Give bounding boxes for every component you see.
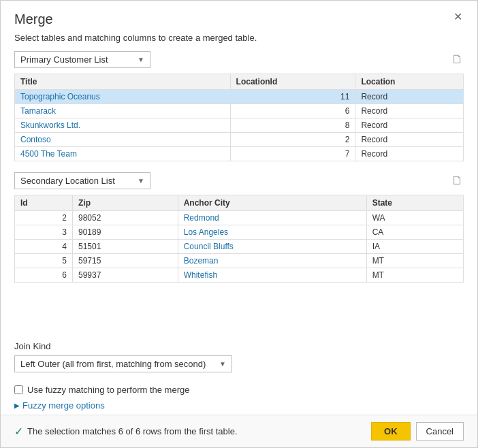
footer-buttons: OK Cancel — [371, 422, 464, 441]
secondary-table-row[interactable]: 6 59937 Whitefish MT — [15, 268, 464, 283]
primary-cell-title[interactable]: Contoso — [15, 133, 231, 147]
dialog-subtitle: Select tables and matching columns to cr… — [1, 30, 477, 51]
primary-col-title[interactable]: Title — [15, 74, 231, 90]
status-message: ✓ The selection matches 6 of 6 rows from… — [14, 425, 238, 438]
join-kind-dropdown[interactable]: Left Outer (all from first, matching fro… — [14, 355, 232, 372]
secondary-cell-id: 3 — [15, 225, 73, 240]
primary-table: Title LocationId Location Topographic Oc… — [14, 74, 464, 161]
primary-cell-locationid: 8 — [230, 118, 355, 133]
primary-cell-locationid: 11 — [230, 90, 355, 104]
fuzzy-checkbox[interactable] — [14, 385, 23, 394]
secondary-table-row[interactable]: 2 98052 Redmond WA — [15, 211, 464, 225]
secondary-col-state[interactable]: State — [366, 195, 463, 211]
check-icon: ✓ — [14, 425, 23, 438]
secondary-cell-state: IA — [366, 240, 463, 254]
primary-dropdown-arrow: ▼ — [138, 56, 144, 63]
status-text: The selection matches 6 of 6 rows from t… — [27, 426, 238, 436]
secondary-cell-id: 5 — [15, 254, 73, 268]
primary-cell-location: Record — [355, 133, 464, 147]
primary-cell-location: Record — [355, 118, 464, 133]
secondary-cell-state: CA — [366, 225, 463, 240]
primary-file-icon: 🗋 — [451, 52, 464, 67]
cancel-button[interactable]: Cancel — [416, 422, 464, 441]
join-kind-section: Join Kind Left Outer (all from first, ma… — [1, 341, 477, 372]
secondary-table-row[interactable]: 5 59715 Bozeman MT — [15, 254, 464, 268]
primary-col-location[interactable]: Location — [355, 74, 464, 90]
secondary-col-zip[interactable]: Zip — [72, 195, 178, 211]
fuzzy-checkbox-label[interactable]: Use fuzzy matching to perform the merge — [27, 385, 189, 395]
primary-table-row[interactable]: 4500 The Team 7 Record — [15, 147, 464, 161]
primary-cell-title[interactable]: 4500 The Team — [15, 147, 231, 161]
dialog-footer: ✓ The selection matches 6 of 6 rows from… — [1, 415, 477, 447]
secondary-col-city[interactable]: Anchor City — [178, 195, 366, 211]
close-button[interactable]: ✕ — [452, 12, 464, 22]
primary-cell-location: Record — [355, 147, 464, 161]
primary-table-row[interactable]: Tamarack 6 Record — [15, 104, 464, 118]
secondary-cell-zip: 59715 — [72, 254, 178, 268]
secondary-cell-city[interactable]: Council Bluffs — [178, 240, 366, 254]
join-kind-label: Join Kind — [14, 341, 464, 351]
secondary-cell-state: MT — [366, 254, 463, 268]
dialog-header: Merge ✕ — [1, 1, 477, 30]
fuzzy-checkbox-row: Use fuzzy matching to perform the merge — [1, 379, 477, 398]
secondary-cell-city[interactable]: Redmond — [178, 211, 366, 225]
secondary-cell-zip: 59937 — [72, 268, 178, 283]
secondary-cell-state: MT — [366, 268, 463, 283]
primary-cell-location: Record — [355, 104, 464, 118]
secondary-cell-state: WA — [366, 211, 463, 225]
secondary-dropdown-value: Secondary Location List — [20, 176, 115, 186]
secondary-cell-city[interactable]: Whitefish — [178, 268, 366, 283]
secondary-cell-id: 2 — [15, 211, 73, 225]
secondary-cell-id: 4 — [15, 240, 73, 254]
secondary-cell-city[interactable]: Bozeman — [178, 254, 366, 268]
dialog-title: Merge — [14, 12, 53, 27]
fuzzy-options-label: Fuzzy merge options — [22, 400, 105, 411]
ok-button[interactable]: OK — [371, 422, 411, 441]
primary-dropdown-value: Primary Customer List — [20, 54, 108, 65]
primary-table-row[interactable]: Contoso 2 Record — [15, 133, 464, 147]
fuzzy-options-row[interactable]: ▶ Fuzzy merge options — [1, 398, 477, 415]
primary-cell-locationid: 6 — [230, 104, 355, 118]
secondary-table-header-row: Id Zip Anchor City State — [15, 195, 464, 211]
secondary-section: Secondary Location List ▼ 🗋 Id Zip Ancho… — [14, 172, 464, 283]
primary-cell-title[interactable]: Skunkworks Ltd. — [15, 118, 231, 133]
fuzzy-options-chevron: ▶ — [14, 402, 20, 409]
secondary-cell-zip: 90189 — [72, 225, 178, 240]
primary-cell-title[interactable]: Topographic Oceanus — [15, 90, 231, 104]
secondary-cell-id: 6 — [15, 268, 73, 283]
secondary-table: Id Zip Anchor City State 2 98052 Redmond… — [14, 195, 464, 283]
primary-cell-title[interactable]: Tamarack — [15, 104, 231, 118]
secondary-dropdown-arrow: ▼ — [138, 177, 144, 185]
primary-table-row[interactable]: Skunkworks Ltd. 8 Record — [15, 118, 464, 133]
join-kind-value: Left Outer (all from first, matching fro… — [20, 359, 206, 369]
secondary-cell-zip: 98052 — [72, 211, 178, 225]
primary-section-header: Primary Customer List ▼ 🗋 — [14, 51, 464, 68]
secondary-cell-city[interactable]: Los Angeles — [178, 225, 366, 240]
join-kind-arrow: ▼ — [219, 360, 226, 368]
secondary-dropdown[interactable]: Secondary Location List ▼ — [14, 172, 150, 189]
primary-cell-location: Record — [355, 90, 464, 104]
primary-col-locationid[interactable]: LocationId — [230, 74, 355, 90]
primary-table-row[interactable]: Topographic Oceanus 11 Record — [15, 90, 464, 104]
secondary-col-id[interactable]: Id — [15, 195, 73, 211]
primary-table-header-row: Title LocationId Location — [15, 74, 464, 90]
secondary-file-icon: 🗋 — [451, 174, 464, 188]
primary-dropdown[interactable]: Primary Customer List ▼ — [14, 51, 150, 68]
primary-section: Primary Customer List ▼ 🗋 Title Location… — [14, 51, 464, 161]
secondary-cell-zip: 51501 — [72, 240, 178, 254]
secondary-table-row[interactable]: 3 90189 Los Angeles CA — [15, 225, 464, 240]
dialog-body: Primary Customer List ▼ 🗋 Title Location… — [1, 51, 477, 341]
primary-cell-locationid: 2 — [230, 133, 355, 147]
merge-dialog: Merge ✕ Select tables and matching colum… — [0, 0, 478, 448]
secondary-table-row[interactable]: 4 51501 Council Bluffs IA — [15, 240, 464, 254]
secondary-section-header: Secondary Location List ▼ 🗋 — [14, 172, 464, 189]
primary-cell-locationid: 7 — [230, 147, 355, 161]
